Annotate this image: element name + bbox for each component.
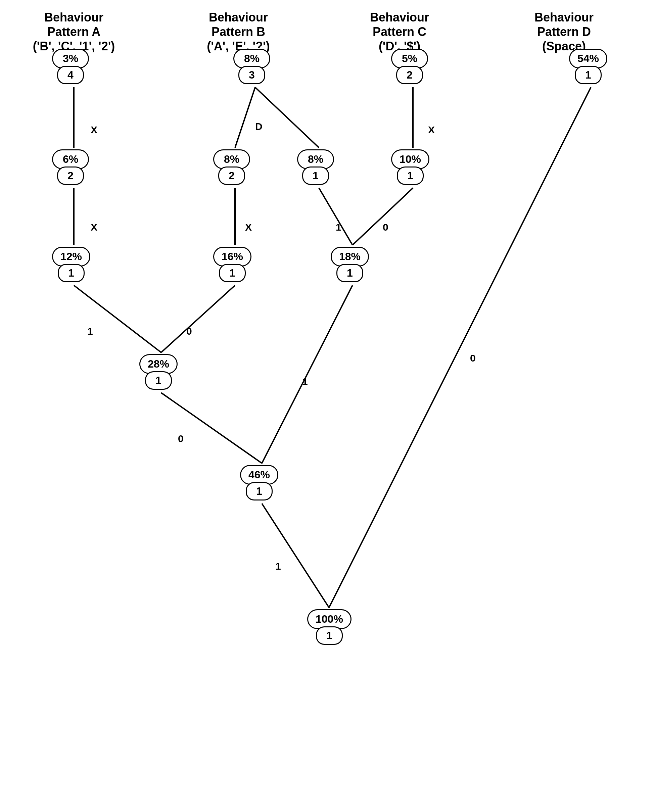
- header-B: BehaviourPattern B('A', 'E', '?'): [195, 10, 282, 54]
- node-count-AB4: 1: [145, 371, 172, 390]
- svg-line-13: [329, 87, 591, 608]
- header-D: BehaviourPattern D(Space): [520, 10, 608, 54]
- node-B1: 8%3: [233, 49, 270, 84]
- node-count-C1: 2: [396, 66, 423, 84]
- node-ROOT: 100%1: [307, 609, 352, 645]
- edge-label-C1-C2: X: [428, 124, 435, 136]
- node-count-B2r: 1: [302, 166, 329, 185]
- edge-label-AB4-ABC5: 0: [178, 433, 184, 444]
- svg-line-10: [262, 286, 352, 463]
- node-B2r: 8%1: [297, 149, 334, 185]
- svg-line-12: [262, 503, 329, 608]
- node-AB4: 28%1: [139, 354, 178, 390]
- node-A1: 3%4: [52, 49, 89, 84]
- header-A: BehaviourPattern A('B', 'C', '1', '2'): [30, 10, 117, 54]
- node-C1: 5%2: [391, 49, 428, 84]
- svg-line-7: [161, 286, 235, 353]
- node-D1: 54%1: [569, 49, 607, 84]
- svg-line-4: [255, 87, 319, 148]
- node-count-ROOT: 1: [316, 626, 343, 645]
- edge-label-B2-B3: X: [245, 221, 252, 233]
- edge-label-ABC5-ROOT: 1: [275, 560, 281, 572]
- edges-svg: [0, 0, 655, 812]
- node-count-C2: 1: [397, 166, 424, 185]
- node-count-B2: 2: [218, 166, 245, 185]
- node-count-A3: 1: [58, 264, 85, 282]
- node-A2: 6%2: [52, 149, 89, 185]
- svg-line-6: [319, 188, 352, 245]
- node-BC3: 18%1: [331, 247, 369, 282]
- node-count-D1: 1: [575, 66, 602, 84]
- svg-line-9: [352, 188, 413, 245]
- edge-label-D1-ROOT: 0: [470, 353, 476, 364]
- edge-label-B1-B2: D: [255, 121, 263, 132]
- node-C2: 10%1: [391, 149, 429, 185]
- node-B3: 16%1: [213, 247, 251, 282]
- svg-line-2: [74, 286, 161, 353]
- edge-label-BC3-ABC5: 1: [302, 376, 308, 387]
- svg-line-3: [235, 87, 255, 148]
- edge-label-A2-A3: X: [91, 221, 97, 233]
- edge-label-B3-AB4: 0: [186, 325, 192, 337]
- edge-label-C2-BC3: 0: [383, 221, 388, 233]
- node-count-ABC5: 1: [246, 482, 273, 500]
- header-C: BehaviourPattern C('D', '$'): [356, 10, 443, 54]
- edge-label-B2r-BC3: 1: [336, 221, 341, 233]
- edge-label-A3-AB4: 1: [87, 325, 93, 337]
- svg-line-11: [161, 393, 262, 463]
- edge-label-A1-A2: X: [91, 124, 97, 136]
- node-count-BC3: 1: [337, 264, 363, 282]
- node-ABC5: 46%1: [240, 465, 278, 500]
- node-count-B1: 3: [238, 66, 265, 84]
- tree-diagram: BehaviourPattern A('B', 'C', '1', '2')Be…: [0, 0, 655, 812]
- node-B2: 8%2: [213, 149, 250, 185]
- node-A3: 12%1: [52, 247, 90, 282]
- node-count-A2: 2: [57, 166, 84, 185]
- node-count-A1: 4: [57, 66, 84, 84]
- node-count-B3: 1: [219, 264, 246, 282]
